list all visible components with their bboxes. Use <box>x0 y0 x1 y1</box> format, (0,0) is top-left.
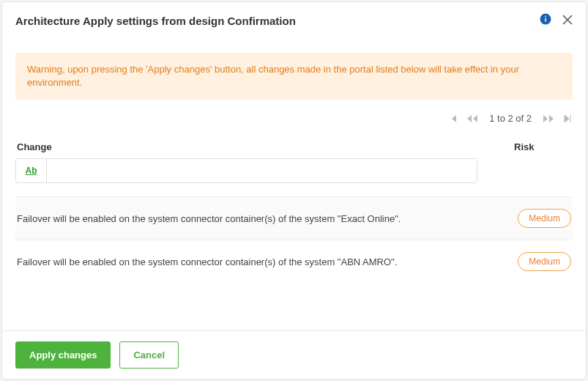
first-page-icon <box>448 114 458 124</box>
warning-banner: Warning, upon pressing the 'Apply change… <box>15 53 573 100</box>
table-row: Failover will be enabled on the system c… <box>15 196 573 240</box>
svg-rect-2 <box>545 16 546 18</box>
pager-text: 1 to 2 of 2 <box>489 113 532 124</box>
dialog-header: Architecture Apply settings from design … <box>2 2 586 42</box>
close-icon <box>562 15 573 25</box>
info-icon[interactable] <box>539 12 552 29</box>
filter-row: Ab <box>15 158 477 183</box>
confirmation-dialog: Architecture Apply settings from design … <box>1 1 587 380</box>
dialog-footer: Apply changes Cancel <box>2 330 586 379</box>
table-row: Failover will be enabled on the system c… <box>15 240 573 283</box>
prev-page-icon <box>466 114 479 124</box>
filter-mode-button[interactable]: Ab <box>16 159 47 182</box>
column-header-change: Change <box>15 141 514 152</box>
change-text: Failover will be enabled on the system c… <box>17 256 518 267</box>
pager-first-button[interactable] <box>448 114 458 124</box>
column-header-risk: Risk <box>514 141 573 152</box>
dialog-body: Warning, upon pressing the 'Apply change… <box>2 42 586 330</box>
change-text: Failover will be enabled on the system c… <box>17 213 518 224</box>
next-page-icon <box>542 114 555 124</box>
risk-badge: Medium <box>518 252 571 271</box>
pager-prev-button[interactable] <box>466 114 479 124</box>
close-button[interactable] <box>562 15 573 27</box>
pager-next-button[interactable] <box>542 114 555 124</box>
cancel-button[interactable]: Cancel <box>119 341 179 369</box>
risk-badge: Medium <box>518 209 571 228</box>
change-rows: Failover will be enabled on the system c… <box>15 196 573 283</box>
pager-last-button[interactable] <box>562 114 573 124</box>
column-headers: Change Risk <box>15 138 573 158</box>
filter-input[interactable] <box>47 159 477 182</box>
svg-rect-1 <box>545 18 546 22</box>
apply-changes-button[interactable]: Apply changes <box>15 341 111 369</box>
pager: 1 to 2 of 2 <box>15 113 573 124</box>
last-page-icon <box>562 114 573 124</box>
dialog-title: Architecture Apply settings from design … <box>15 15 539 27</box>
